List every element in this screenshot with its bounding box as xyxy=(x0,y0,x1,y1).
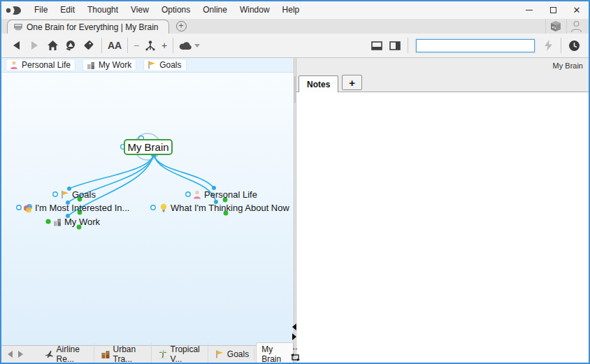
forward-icon xyxy=(31,41,38,50)
close-button[interactable]: ✕ xyxy=(565,1,589,19)
thought-label: My Brain xyxy=(127,141,168,153)
plex-map-area[interactable]: My Brain Goals Personal Life xyxy=(1,73,294,345)
pin-icon xyxy=(65,40,77,51)
generations-button[interactable] xyxy=(141,36,159,54)
buildings-icon xyxy=(52,217,62,226)
thought-node-what-im-thinking-about-now[interactable]: What I'm Thinking About Now xyxy=(159,203,289,213)
menu-file[interactable]: File xyxy=(28,1,54,19)
menu-online[interactable]: Online xyxy=(196,1,233,19)
instant-search-button[interactable] xyxy=(539,36,557,54)
palm-tree-icon xyxy=(158,349,168,359)
bottom-tab-airline[interactable]: Airline Re... xyxy=(39,343,94,364)
resize-handle-icon[interactable]: ↔ xyxy=(292,344,298,351)
flag-icon xyxy=(147,60,157,70)
maximize-icon xyxy=(550,7,556,13)
brain-box-button[interactable] xyxy=(545,19,565,34)
toolbar-divider xyxy=(561,38,561,53)
collapse-generation-button[interactable]: − xyxy=(131,40,141,51)
cloud-sync-button[interactable] xyxy=(177,36,202,54)
pane-splitter[interactable]: ↔ xyxy=(294,58,296,363)
content-panel-tabs: Notes + xyxy=(296,73,589,92)
bottom-tab-label: Airline Re... xyxy=(57,344,89,364)
account-icon xyxy=(570,20,583,33)
tabs-scroll-right-button[interactable] xyxy=(16,349,25,360)
pin-button[interactable] xyxy=(62,36,80,54)
thought-node-goals[interactable]: Goals xyxy=(60,189,96,200)
home-icon xyxy=(47,40,59,51)
thought-label: Goals xyxy=(72,189,96,200)
menu-help[interactable]: Help xyxy=(276,1,306,19)
menu-window[interactable]: Window xyxy=(233,1,276,19)
forward-button[interactable] xyxy=(25,36,43,54)
bottom-tab-tropical[interactable]: Tropical V... xyxy=(153,343,208,364)
menu-edit[interactable]: Edit xyxy=(54,1,81,19)
minimize-button[interactable] xyxy=(517,1,541,19)
thought-label: I'm Most Interested In... xyxy=(35,203,129,213)
city-buildings-icon xyxy=(101,349,110,359)
workspace-tab-strip: One Brain for Everything | My Brain + xyxy=(1,19,589,34)
collapse-left-icon[interactable] xyxy=(292,323,296,330)
expand-generation-button[interactable]: + xyxy=(159,40,169,51)
tabstrip-right-icons xyxy=(545,19,589,34)
close-icon: ✕ xyxy=(573,5,581,15)
add-content-tab-button[interactable]: + xyxy=(342,75,362,90)
bottom-tab-label: My Brain xyxy=(261,344,288,364)
chevron-down-icon xyxy=(194,44,200,48)
notes-content-area[interactable] xyxy=(296,92,589,363)
workspace-tab-active[interactable]: One Brain for Everything | My Brain xyxy=(7,20,169,34)
history-button[interactable] xyxy=(565,36,583,54)
pinned-item-personal-life[interactable]: Personal Life xyxy=(6,59,75,71)
minimize-icon xyxy=(526,10,533,10)
layout-split-horizontal-icon xyxy=(371,41,382,50)
search-input[interactable] xyxy=(416,39,535,52)
thought-node-personal-life[interactable]: Personal Life xyxy=(192,189,257,200)
layout-split-horizontal-button[interactable] xyxy=(368,36,386,54)
font-size-button[interactable]: AA xyxy=(106,36,124,54)
airplane-icon xyxy=(44,349,54,359)
menu-bar: File Edit Thought View Options Online Wi… xyxy=(28,1,305,19)
bottom-tab-label: Urban Tra... xyxy=(113,344,146,364)
account-button[interactable] xyxy=(566,19,586,34)
venn-circles-icon xyxy=(23,203,33,212)
thought-node-my-brain[interactable]: My Brain xyxy=(124,139,173,155)
bottom-tab-urban[interactable]: Urban Tra... xyxy=(96,343,152,364)
swap-panes-icon[interactable] xyxy=(291,354,300,361)
bottom-tab-label: Tropical V... xyxy=(171,344,203,364)
scrollbar-thumb[interactable] xyxy=(294,76,296,103)
back-button[interactable] xyxy=(7,36,25,54)
lightbulb-icon xyxy=(159,203,168,212)
bottom-tab-goals[interactable]: Goals xyxy=(210,348,254,361)
home-button[interactable] xyxy=(43,36,62,54)
thought-label: My Work xyxy=(64,217,100,227)
toolbar-divider xyxy=(127,38,128,53)
content-panel-header: My Brain xyxy=(296,58,589,73)
thought-node-my-work[interactable]: My Work xyxy=(52,217,100,227)
content-panel: My Brain Notes + xyxy=(296,58,589,363)
collapse-right-icon[interactable] xyxy=(292,333,296,340)
maximize-button[interactable] xyxy=(541,1,565,19)
toolbar-divider xyxy=(101,38,102,53)
back-icon xyxy=(13,41,20,50)
bottom-tab-my-brain[interactable]: My Brain xyxy=(256,342,294,364)
arrow-right-icon xyxy=(18,351,23,358)
pinned-thoughts-bar: Personal Life My Work Goals xyxy=(1,58,294,73)
pinned-item-label: My Work xyxy=(99,60,131,70)
menu-thought[interactable]: Thought xyxy=(81,1,124,19)
layout-split-vertical-button[interactable] xyxy=(386,36,404,54)
app-window: File Edit Thought View Options Online Wi… xyxy=(0,0,590,364)
buildings-icon xyxy=(86,60,96,70)
history-clock-icon xyxy=(568,40,580,52)
brain-monitor-icon xyxy=(13,23,23,31)
menu-view[interactable]: View xyxy=(124,1,155,19)
pinned-item-goals[interactable]: Goals xyxy=(143,59,186,71)
pinned-item-my-work[interactable]: My Work xyxy=(82,59,136,71)
menu-options[interactable]: Options xyxy=(155,1,196,19)
thought-node-im-most-interested-in[interactable]: I'm Most Interested In... xyxy=(23,203,129,213)
new-workspace-tab-button[interactable]: + xyxy=(176,21,187,31)
toolbar-divider xyxy=(173,38,173,53)
tab-notes[interactable]: Notes xyxy=(298,75,338,92)
arrow-left-icon xyxy=(8,351,13,358)
thought-label: What I'm Thinking About Now xyxy=(171,203,289,213)
tag-button[interactable] xyxy=(80,36,98,54)
tabs-scroll-left-button[interactable] xyxy=(6,349,15,360)
